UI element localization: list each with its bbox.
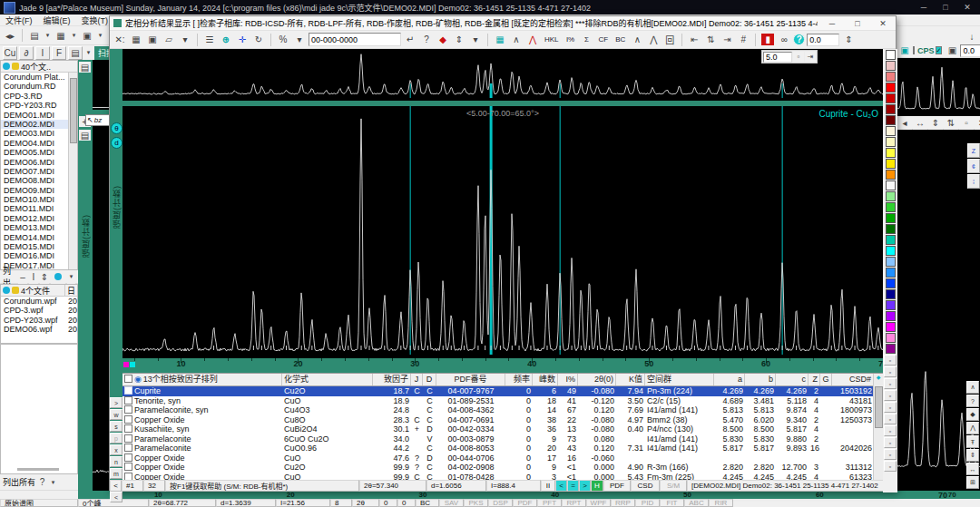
palette-color[interactable]	[886, 268, 896, 278]
axis-unit-d-button[interactable]: d	[111, 137, 122, 149]
mode-lamp-rir[interactable]: RIR	[709, 499, 733, 507]
table-row[interactable]: CupriteCu2O18.7CC04-007-97670649-0.0807.…	[122, 386, 874, 396]
spin-button[interactable]: ⇕	[40, 270, 49, 284]
mode-lamp-rrp[interactable]: RRP	[611, 499, 635, 507]
palette-tool-6[interactable]: ▫	[884, 425, 897, 436]
side-button-n[interactable]: n	[110, 456, 122, 467]
wpf-file-item[interactable]: CPD-3.wpf20	[1, 306, 77, 315]
file-item[interactable]: DEMO16.MDI	[1, 251, 70, 260]
nav-back-button[interactable]: <	[110, 480, 122, 492]
row-checkbox[interactable]	[124, 434, 132, 443]
spin-icon[interactable]: ⇕	[841, 33, 856, 46]
tree-view-icon[interactable]: ☰	[202, 33, 217, 46]
palette-tool-4[interactable]: ▫	[884, 402, 897, 413]
v-arrows-icon[interactable]: ⇕	[966, 449, 979, 462]
minus-button[interactable]: –	[18, 270, 27, 284]
cps-checkbox-on[interactable]: ✓	[936, 46, 943, 54]
mode-lamp-abc[interactable]: ABC	[684, 499, 709, 507]
hscroll-thumb[interactable]	[17, 468, 59, 471]
palette-color[interactable]	[886, 115, 896, 125]
side-button-x[interactable]: x	[110, 444, 122, 455]
palette-color[interactable]	[886, 191, 896, 201]
open-folder-icon[interactable]: ▤	[27, 29, 42, 43]
toggle-i%-button[interactable]: I%	[564, 33, 578, 46]
wpf-file-item[interactable]: DEMO06.wpf20	[1, 325, 77, 334]
list-dropdown[interactable]: ▾	[67, 270, 75, 284]
dialog-maximize-button[interactable]: □	[847, 19, 868, 28]
palette-tool-7[interactable]: ▫	[884, 437, 897, 448]
h-arrows-icon[interactable]: ↔	[966, 463, 979, 475]
file-item[interactable]: DEMO06.MDI	[1, 158, 70, 167]
row-checkbox[interactable]	[124, 463, 132, 471]
file-item[interactable]: DEMO05.MDI	[1, 148, 70, 157]
two-theta-offset-input[interactable]	[807, 34, 839, 46]
palette-color[interactable]	[886, 311, 896, 321]
cps-checkbox-off[interactable]	[913, 46, 915, 54]
histogram-icon[interactable]: ∧	[509, 33, 524, 46]
histogram-icon[interactable]: ∧	[966, 381, 979, 394]
toggle-σ-button[interactable]: Σ	[580, 33, 594, 46]
dropdown-icon[interactable]: ▾	[178, 33, 192, 46]
maximize-button[interactable]: □	[935, 3, 956, 12]
histogram-icon[interactable]: ∧	[630, 33, 644, 46]
infinity-icon[interactable]: ∞	[777, 33, 791, 46]
zoom-full-button[interactable]: ⇥	[805, 52, 816, 62]
grid-four-icon[interactable]: ▦	[493, 33, 507, 46]
nav-arrows-icon[interactable]: ◂▸	[3, 29, 17, 43]
pane-tool-5[interactable]: ✕	[975, 116, 980, 130]
nav-prev-button[interactable]: <	[555, 480, 567, 492]
zoom-reset-button[interactable]: ▫	[793, 52, 804, 62]
palette-color[interactable]	[886, 72, 896, 82]
file-item[interactable]: Corundum Plat...	[1, 73, 70, 82]
palette-color[interactable]	[886, 50, 896, 60]
align-right-icon[interactable]: ⇥	[720, 33, 734, 46]
menu-F[interactable]: 文件(F)	[5, 15, 33, 26]
dialog-close-button[interactable]: ✕	[872, 19, 894, 28]
table-row[interactable]: Copper OxideCuO47.6?D00-044-070601716-0.…	[122, 453, 874, 463]
palette-color[interactable]	[886, 137, 896, 147]
dialog-minimize-button[interactable]: ─	[821, 19, 843, 28]
palette-tool-5[interactable]: ▫	[884, 414, 897, 424]
mode-lamp-rpt[interactable]: RPT	[562, 499, 586, 507]
mode-lamp-dsp[interactable]: DSP	[488, 499, 513, 507]
save-icon[interactable]: ▣	[80, 29, 94, 43]
file-list-scrollbar[interactable]	[68, 73, 77, 269]
peaks-icon[interactable]: ⋀	[646, 33, 661, 46]
side-button->[interactable]: >	[110, 397, 122, 408]
table-row[interactable]: Copper OxideCu8O28.3CC04-007-069103822-0…	[122, 415, 874, 425]
palette-tool-9[interactable]: ▫	[884, 461, 897, 472]
refresh-icon[interactable]: ↻	[251, 33, 266, 46]
column-header[interactable]: K值	[616, 374, 645, 385]
file-item[interactable]: DEMO04.MDI	[1, 139, 70, 148]
side-button-m[interactable]: m	[110, 468, 122, 479]
lamp-button[interactable]	[51, 270, 65, 284]
anode-button-Cu[interactable]: Cu	[3, 46, 17, 60]
menu-E[interactable]: 编辑(E)	[44, 15, 71, 26]
help-icon[interactable]: ?	[419, 33, 434, 46]
move-arrows-icon[interactable]: ✛	[235, 33, 250, 46]
column-header[interactable]: 频率	[505, 374, 533, 385]
pdf-number-combo[interactable]	[309, 33, 401, 46]
table-row[interactable]: ParamelaconiteCuO0.9644.2C04-008-8053020…	[122, 444, 874, 453]
palette-tool-8[interactable]: ▫	[884, 449, 897, 460]
anode-button-I[interactable]: I	[35, 46, 50, 60]
align-mid-icon[interactable]: ⇅	[703, 33, 718, 46]
column-header[interactable]: 化学式	[282, 374, 373, 385]
palette-color[interactable]	[886, 300, 896, 310]
palette-color[interactable]	[886, 213, 896, 223]
column-header[interactable]: D	[423, 374, 436, 385]
file-item[interactable]: DEMO11.MDI	[1, 204, 70, 213]
help-button[interactable]: ?	[37, 475, 47, 489]
save-icon[interactable]: ▣	[145, 33, 160, 46]
palette-color[interactable]	[886, 61, 896, 71]
palette-color[interactable]	[886, 126, 896, 136]
file-item[interactable]: CPD-3.RD	[1, 92, 70, 101]
pane-tool-0[interactable]: ◂	[897, 116, 912, 130]
file-item[interactable]: Corundum.RD	[1, 82, 70, 91]
intensity-button[interactable]: I	[29, 270, 38, 284]
column-header[interactable]: 峰数	[533, 374, 558, 385]
file-item[interactable]: DEMO10.MDI	[1, 195, 70, 204]
hash-icon[interactable]: #	[736, 33, 750, 46]
pdf-button[interactable]: PDF	[603, 480, 631, 492]
toggle-hkl-button[interactable]: HKL	[542, 33, 562, 46]
